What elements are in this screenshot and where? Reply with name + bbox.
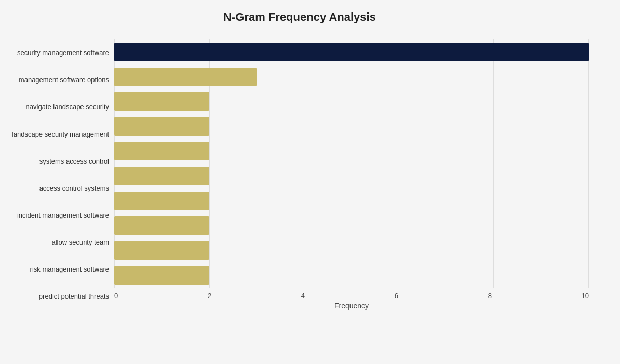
x-tick: 6 <box>395 292 398 300</box>
y-axis-label: security management software <box>17 39 109 66</box>
y-axis: security management softwaremanagement s… <box>10 39 114 310</box>
chart-title: N-Gram Frequency Analysis <box>10 10 589 24</box>
x-axis: 0246810 <box>114 288 589 300</box>
y-axis-label: incident management software <box>17 202 109 229</box>
bar <box>114 241 209 260</box>
x-tick: 0 <box>114 292 118 300</box>
y-axis-label: systems access control <box>39 147 109 174</box>
x-tick: 2 <box>208 292 211 300</box>
bars-container <box>114 39 589 288</box>
bar-row <box>114 115 589 138</box>
bar <box>114 43 589 61</box>
y-axis-label: allow security team <box>51 229 109 256</box>
bar <box>114 192 209 210</box>
chart-container: N-Gram Frequency Analysis security manag… <box>0 0 620 364</box>
bar-row <box>114 264 589 287</box>
bar <box>114 142 209 160</box>
bar-row <box>114 41 589 63</box>
bar <box>114 117 209 136</box>
y-axis-label: access control systems <box>39 175 109 202</box>
bar <box>114 216 209 235</box>
bar <box>114 68 257 86</box>
bar-row <box>114 90 589 113</box>
x-tick: 4 <box>301 292 305 300</box>
plot-area: 0246810 Frequency <box>114 39 589 310</box>
y-axis-label: landscape security management <box>12 120 109 147</box>
y-axis-label: navigate landscape security <box>26 93 109 120</box>
y-axis-label: predict potential threats <box>39 283 109 310</box>
x-tick: 10 <box>582 292 589 300</box>
x-tick: 8 <box>488 292 492 300</box>
bar-row <box>114 140 589 163</box>
bar <box>114 92 209 111</box>
y-axis-label: risk management software <box>30 256 109 283</box>
y-axis-label: management software options <box>19 66 109 93</box>
bar-row <box>114 65 589 88</box>
bar <box>114 167 209 185</box>
bar-row <box>114 165 589 187</box>
chart-area: security management softwaremanagement s… <box>10 39 589 310</box>
x-axis-label: Frequency <box>114 302 589 310</box>
bar-row <box>114 239 589 262</box>
bar-row <box>114 190 589 212</box>
bar <box>114 266 209 285</box>
bar-row <box>114 214 589 237</box>
